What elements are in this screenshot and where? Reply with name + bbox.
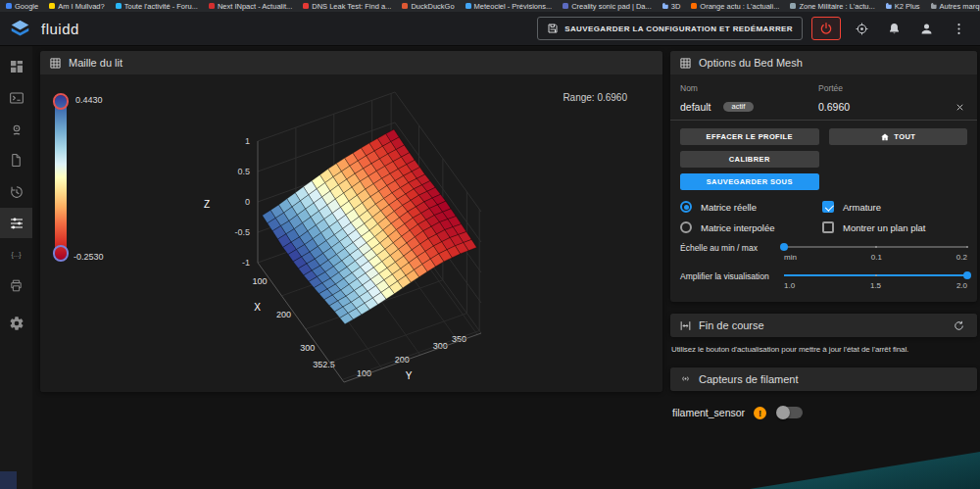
visual-boost-slider[interactable]: 1.0 1.5 2.0 bbox=[784, 270, 967, 290]
overflow-menu-icon[interactable] bbox=[947, 17, 970, 40]
bookmarks-overflow[interactable]: Autres marque-pa... bbox=[931, 2, 980, 11]
endstops-panel: Fin de course bbox=[670, 314, 977, 337]
background-artwork bbox=[0, 471, 17, 489]
bookmark-folder-k2plus[interactable]: K2 Plus bbox=[886, 2, 920, 11]
bookmark-label: Meteociel - Prévisions... bbox=[474, 2, 553, 11]
sidebar-item-console[interactable] bbox=[0, 82, 32, 113]
scale-min-max-slider[interactable]: min 0.1 0.2 bbox=[784, 242, 967, 262]
profile-name: default bbox=[680, 101, 711, 113]
sidebar-item-dashboard[interactable] bbox=[0, 51, 32, 81]
checkbox-wireframe[interactable]: Armature bbox=[822, 201, 967, 213]
bed-mesh-panel-header[interactable]: Maille du lit bbox=[40, 51, 662, 74]
favicon bbox=[563, 3, 568, 9]
bookmark-label: Orange actu : L'actuali... bbox=[700, 2, 779, 11]
svg-text:{...}: {...} bbox=[11, 251, 22, 259]
bookmark-label: K2 Plus bbox=[895, 2, 920, 11]
slider-thumb[interactable] bbox=[780, 243, 788, 251]
bookmark-mullvad[interactable]: Am I Mullvad? bbox=[49, 2, 105, 11]
app-header: fluidd SAUVEGARDER LA CONFIGURATION ET R… bbox=[0, 12, 980, 46]
host-status-icon[interactable] bbox=[850, 17, 873, 40]
panel-title: Options du Bed Mesh bbox=[699, 57, 803, 69]
grid-icon bbox=[679, 57, 692, 70]
active-badge: actif bbox=[723, 102, 755, 113]
bookmark-duckduckgo[interactable]: DuckDuckGo bbox=[402, 2, 454, 11]
filament-sensor-row: filament_sensor ! bbox=[670, 391, 977, 435]
svg-text:200: 200 bbox=[276, 310, 291, 319]
svg-text:Y: Y bbox=[406, 370, 413, 381]
checkbox-icon bbox=[822, 221, 834, 233]
sidebar-item-configure[interactable]: {...} bbox=[0, 239, 32, 269]
save-as-button[interactable]: SAUVEGARDER SOUS bbox=[680, 173, 819, 190]
folder-icon bbox=[662, 3, 668, 9]
colorbar-max-label: 0.4430 bbox=[75, 95, 103, 105]
remove-profile-icon[interactable] bbox=[952, 102, 967, 113]
bookmark-dnsleak[interactable]: DNS Leak Test: Find a... bbox=[303, 2, 391, 11]
notifications-bell-icon[interactable] bbox=[882, 17, 906, 40]
bookmark-creality[interactable]: Creality sonic pad | Da... bbox=[563, 2, 652, 11]
favicon bbox=[402, 3, 408, 9]
colorbar bbox=[55, 95, 67, 260]
sidebar-item-tune[interactable] bbox=[0, 208, 32, 238]
svg-text:X: X bbox=[254, 302, 261, 313]
save-config-restart-label: SAUVEGARDER LA CONFIGURATION ET REDÉMARR… bbox=[564, 24, 793, 33]
sidebar-item-settings[interactable] bbox=[0, 308, 32, 338]
filament-panel-header[interactable]: Capteurs de filament bbox=[670, 367, 977, 391]
file-icon bbox=[9, 153, 24, 168]
sidebar-item-devices[interactable] bbox=[0, 270, 32, 301]
column-range: Portée bbox=[818, 83, 952, 93]
slider-label: Amplifier la visualisation bbox=[680, 270, 778, 281]
bookmark-forum[interactable]: Toute l'activité - Foru... bbox=[116, 2, 198, 11]
favicon bbox=[116, 3, 122, 9]
radio-interpolated-matrix[interactable]: Matrice interpolée bbox=[680, 221, 822, 233]
filament-sensor-name: filament_sensor bbox=[672, 407, 745, 418]
sidebar-item-jobs[interactable] bbox=[0, 145, 32, 175]
profile-range: 0.6960 bbox=[818, 101, 952, 113]
user-account-icon[interactable] bbox=[914, 17, 938, 40]
favicon bbox=[49, 3, 55, 9]
radio-real-matrix[interactable]: Matrice réelle bbox=[680, 201, 822, 213]
refresh-icon[interactable] bbox=[949, 316, 968, 335]
home-all-button[interactable]: TOUT bbox=[829, 128, 968, 145]
emergency-stop-button[interactable] bbox=[811, 17, 841, 40]
slider-label: Échelle au min / max bbox=[680, 242, 778, 253]
warning-icon: ! bbox=[754, 407, 766, 419]
endstops-panel-header[interactable]: Fin de course bbox=[670, 314, 977, 337]
bookmark-label: 3D bbox=[671, 2, 681, 11]
home-icon bbox=[880, 132, 890, 142]
filament-sensor-toggle[interactable] bbox=[777, 407, 803, 418]
bed-mesh-plot[interactable]: 10.50-0.5-1100200300352.5100200300350XYZ… bbox=[40, 74, 662, 392]
config-braces-icon: {...} bbox=[8, 246, 24, 263]
toggle-thumb bbox=[776, 406, 790, 419]
bookmark-zone-militaire[interactable]: Zone Militaire : L'actu... bbox=[790, 2, 874, 11]
bookmark-nextinpact[interactable]: Next INpact - Actualit... bbox=[209, 2, 292, 11]
bookmark-orange[interactable]: Orange actu : L'actuali... bbox=[691, 2, 779, 11]
slider-thumb[interactable] bbox=[963, 271, 971, 279]
bookmark-label: Creality sonic pad | Da... bbox=[571, 2, 652, 11]
filament-sensors-panel: Capteurs de filament bbox=[670, 367, 977, 391]
save-config-restart-button[interactable]: SAUVEGARDER LA CONFIGURATION ET REDÉMARR… bbox=[537, 17, 803, 40]
grid-icon bbox=[49, 57, 62, 70]
panel-title: Maille du lit bbox=[69, 57, 122, 69]
profile-row[interactable]: default actif 0.6960 bbox=[680, 98, 967, 120]
options-panel-header[interactable]: Options du Bed Mesh bbox=[670, 51, 977, 74]
sidebar-item-history[interactable] bbox=[0, 176, 32, 207]
bookmark-google[interactable]: Google bbox=[6, 2, 38, 11]
svg-text:100: 100 bbox=[252, 276, 267, 286]
sidebar-item-camera[interactable] bbox=[0, 114, 32, 144]
fluidd-logo bbox=[10, 19, 30, 39]
bookmark-label: Zone Militaire : L'actu... bbox=[799, 2, 874, 11]
checkbox-flat-plane[interactable]: Montrer un plan plat bbox=[822, 221, 967, 233]
bed-mesh-surface-chart[interactable]: 10.50-0.5-1100200300352.5100200300350XYZ bbox=[40, 74, 662, 392]
clear-profile-button[interactable]: EFFACER LE PROFILE bbox=[680, 128, 819, 145]
svg-text:0.5: 0.5 bbox=[237, 167, 250, 176]
power-icon bbox=[819, 22, 833, 35]
checkbox-icon bbox=[822, 201, 834, 213]
bookmark-folder-3d[interactable]: 3D bbox=[662, 2, 681, 11]
endstop-icon bbox=[679, 319, 692, 332]
calibrate-button[interactable]: CALIBRER bbox=[680, 151, 819, 168]
main-content: Maille du lit 10.50-0.5-1100200300352.51… bbox=[32, 46, 980, 489]
bookmark-meteociel[interactable]: Meteociel - Prévisions... bbox=[466, 2, 553, 11]
bookmark-label: DNS Leak Test: Find a... bbox=[312, 2, 391, 11]
svg-text:1: 1 bbox=[245, 136, 250, 146]
bookmark-label: DuckDuckGo bbox=[411, 2, 454, 11]
